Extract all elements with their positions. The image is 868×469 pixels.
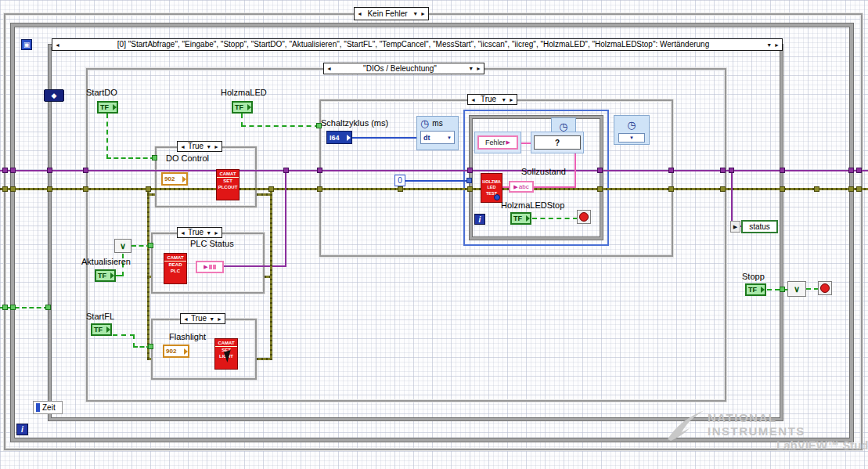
boolean-wire-startfl-a — [113, 334, 135, 336]
error-wire-left-v — [147, 189, 149, 359]
numeric-value: 902 — [164, 348, 176, 355]
holzma-led-test-node[interactable]: HOLZMA LED TEST — [481, 173, 502, 203]
startdo-terminal[interactable]: TF — [97, 101, 118, 114]
holzmaled-terminal[interactable]: TF — [232, 101, 253, 114]
selector-prev-icon[interactable]: ◄ — [180, 144, 185, 150]
holzmaledstop-terminal[interactable]: TF — [510, 212, 531, 225]
selector-next-icon[interactable]: ► — [214, 144, 219, 150]
selector-dropdown-icon[interactable]: ▼ — [412, 11, 418, 16]
selector-prev-icon[interactable]: ◄ — [326, 66, 332, 71]
fehler-string-constant[interactable]: Fehler ▶ — [477, 135, 518, 150]
inner-loop-condition-terminal[interactable] — [577, 210, 591, 224]
inner-iteration-terminal[interactable]: i — [474, 214, 485, 225]
case-selector-dios[interactable]: ◄ "DIOs / Beleuchtung" ▼ ► — [323, 63, 484, 74]
error-wire-right-v — [270, 189, 272, 360]
selector-prev-icon[interactable]: ◄ — [183, 316, 189, 322]
selector-prev-icon[interactable]: ◄ — [55, 42, 60, 48]
status-indicator[interactable]: status — [741, 220, 778, 233]
case-selector-true-docontrol[interactable]: ◄ True ▼ ► — [177, 141, 222, 152]
question-icon: ? — [555, 139, 560, 147]
outer-iteration-terminal[interactable]: i — [16, 424, 28, 435]
selector-next-icon[interactable]: ► — [476, 66, 481, 71]
outer-loop-condition-terminal[interactable] — [818, 281, 832, 295]
clock-node-right[interactable]: ◷ ▼ — [614, 115, 650, 145]
string-glyph-icon — [213, 265, 216, 269]
error-wire-trunk — [0, 188, 868, 190]
tunnel — [466, 178, 472, 183]
plc-status-output-icon[interactable]: ▶ — [196, 261, 224, 273]
tunnel — [148, 243, 153, 248]
case-selector-kein-fehler[interactable]: ◄ Kein Fehler ▼ ► — [354, 7, 429, 20]
fehler-constant-panel: Fehler ▶ — [474, 132, 521, 153]
event-case-selector[interactable]: ◄ [0] "StartAbfrage", "Eingabe", "Stopp"… — [52, 38, 783, 51]
selector-dropdown-icon[interactable]: ▼ — [209, 316, 214, 322]
tunnel — [2, 305, 8, 310]
camat-read-plc-node[interactable]: CAMAT READ PLC — [164, 253, 187, 284]
tunnel — [597, 168, 603, 173]
selector-next-icon[interactable]: ► — [509, 97, 514, 103]
or-node-left[interactable]: ∨ — [114, 239, 131, 253]
selector-next-icon[interactable]: ► — [420, 11, 426, 16]
tunnel — [780, 186, 785, 192]
selector-next-icon[interactable]: ► — [214, 230, 219, 236]
camat-line: PLC — [164, 268, 186, 274]
selector-label: True — [188, 229, 203, 236]
holzmaledstop-label: HolzmaLEDStop — [501, 200, 564, 210]
tunnel — [283, 168, 289, 173]
compare-node-panel: ? — [531, 132, 584, 153]
camat-set-plcout-node[interactable]: CAMAT SET PLCOUT — [216, 169, 240, 200]
selector-prev-icon[interactable]: ◄ — [470, 97, 476, 103]
dt-selector[interactable]: dt ▼ — [420, 131, 455, 144]
clock-dropdown[interactable]: ▼ — [618, 133, 645, 143]
selector-dropdown-icon[interactable]: ▼ — [206, 230, 211, 236]
status-label: status — [749, 222, 770, 231]
case-selector-true-plcstatus[interactable]: ◄ True ▼ ► — [177, 227, 222, 238]
event-data-node[interactable]: ◆ — [44, 89, 64, 102]
boolean-wire-holzmaled-h — [241, 125, 319, 127]
ni-logo-icon — [665, 409, 706, 442]
holzma-line: LED — [481, 185, 502, 190]
equal-compare-node[interactable]: ? — [534, 135, 581, 150]
terminal-output-arrow-icon — [347, 135, 351, 141]
tunnel — [729, 168, 734, 173]
case-selector-true-right[interactable]: ◄ True ▼ ► — [467, 94, 517, 105]
abc-string-indicator[interactable]: ▶ abc — [509, 181, 534, 193]
zeit-label-box[interactable]: Zeit — [33, 401, 63, 414]
case-selector-true-flashlight[interactable]: ◄ True ▼ ► — [180, 313, 225, 324]
selector-next-icon[interactable]: ► — [217, 316, 222, 322]
tunnel — [848, 186, 854, 192]
stop-dot-icon — [820, 283, 830, 293]
tf-label: TF — [96, 272, 106, 280]
selector-next-icon[interactable]: ► — [774, 42, 780, 48]
fehler-text: Fehler — [485, 139, 506, 146]
selector-dropdown-icon[interactable]: ▼ — [766, 42, 772, 48]
selector-dropdown-icon[interactable]: ▼ — [206, 144, 211, 150]
flashlight-terminal[interactable]: 902 — [163, 345, 189, 358]
tunnel — [2, 186, 8, 192]
tunnel — [720, 186, 726, 192]
or-node-right[interactable]: ∨ — [787, 281, 806, 297]
labview-block-diagram: NATIONAL INSTRUMENTS LabVIEW™ Studentenv… — [0, 0, 868, 469]
startfl-label: StartFL — [86, 312, 114, 321]
event-timeout-terminal[interactable]: ▣ — [21, 39, 32, 50]
terminal-output-arrow-icon — [247, 104, 251, 110]
holzma-line: HOLZMA — [481, 179, 502, 185]
selector-dropdown-icon[interactable]: ▼ — [468, 66, 474, 71]
selector-prev-icon[interactable]: ◄ — [357, 11, 362, 16]
zero-constant[interactable]: 0 — [394, 175, 405, 186]
tunnel — [668, 168, 674, 173]
selector-dropdown-icon[interactable]: ▼ — [501, 97, 506, 103]
startfl-terminal[interactable]: TF — [91, 323, 112, 336]
dropdown-icon: ▼ — [447, 135, 452, 140]
ni-watermark: NATIONAL INSTRUMENTS — [708, 412, 805, 438]
aktualisieren-terminal[interactable]: TF — [95, 269, 116, 282]
stop-dot-icon — [579, 212, 589, 222]
stopp-terminal[interactable]: TF — [745, 283, 766, 296]
terminal-output-arrow-icon — [106, 326, 110, 333]
wait-ms-node[interactable]: ◷ ms dt ▼ — [416, 116, 459, 150]
selector-prev-icon[interactable]: ◄ — [180, 230, 185, 236]
camat-title: CAMAT — [215, 339, 237, 347]
camat-title: CAMAT — [164, 254, 186, 262]
schaltzyklus-terminal[interactable]: I64 — [326, 131, 352, 144]
do-control-terminal[interactable]: 902 — [161, 172, 188, 186]
